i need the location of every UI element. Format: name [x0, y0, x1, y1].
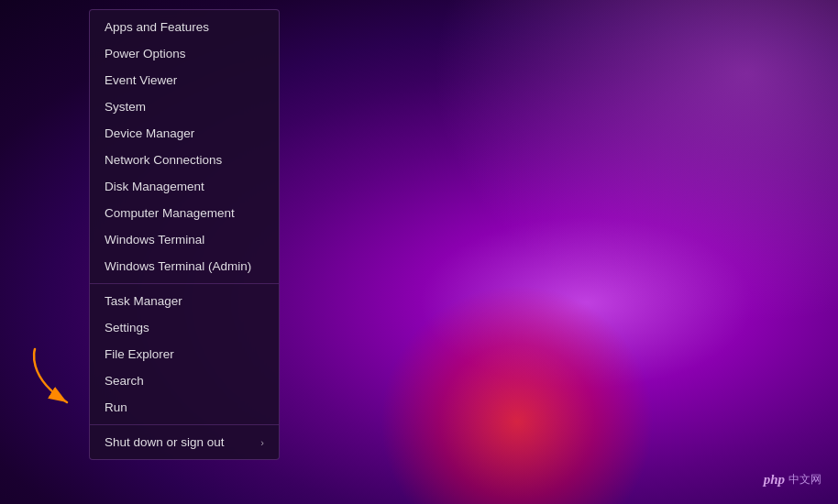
watermark-site-text: 中文网: [788, 472, 821, 488]
menu-item-label-apps-features: Apps and Features: [105, 20, 209, 34]
menu-item-shutdown-signout[interactable]: Shut down or sign out›: [90, 429, 279, 455]
menu-item-label-windows-terminal: Windows Terminal: [105, 233, 204, 247]
menu-item-network-connections[interactable]: Network Connections: [90, 147, 279, 173]
menu-separator: [90, 283, 279, 284]
menu-item-label-windows-terminal-admin: Windows Terminal (Admin): [105, 259, 251, 273]
menu-item-device-manager[interactable]: Device Manager: [90, 120, 279, 147]
context-menu: Apps and FeaturesPower OptionsEvent View…: [89, 9, 280, 460]
menu-item-label-system: System: [105, 100, 146, 114]
menu-item-search[interactable]: Search: [90, 367, 279, 394]
menu-item-label-network-connections: Network Connections: [105, 153, 222, 167]
menu-item-label-file-explorer: File Explorer: [105, 347, 174, 361]
menu-item-label-shutdown-signout: Shut down or sign out: [105, 435, 225, 449]
menu-item-label-disk-management: Disk Management: [105, 180, 204, 193]
menu-item-label-computer-management: Computer Management: [105, 206, 235, 220]
menu-item-task-manager[interactable]: Task Manager: [90, 288, 279, 314]
menu-item-file-explorer[interactable]: File Explorer: [90, 341, 279, 367]
menu-item-windows-terminal[interactable]: Windows Terminal: [90, 226, 279, 253]
menu-item-label-power-options: Power Options: [105, 47, 186, 60]
watermark: php 中文网: [764, 472, 821, 488]
menu-item-settings[interactable]: Settings: [90, 314, 279, 341]
menu-item-power-options[interactable]: Power Options: [90, 40, 279, 67]
menu-item-label-settings: Settings: [105, 321, 149, 334]
menu-item-event-viewer[interactable]: Event Viewer: [90, 67, 279, 93]
menu-item-label-device-manager: Device Manager: [105, 126, 194, 140]
arrow-annotation: [17, 340, 108, 417]
menu-separator: [90, 424, 279, 425]
bg-glow-purple: [380, 0, 838, 367]
menu-item-label-event-viewer: Event Viewer: [105, 73, 177, 87]
menu-item-apps-features[interactable]: Apps and Features: [90, 14, 279, 40]
menu-item-label-task-manager: Task Manager: [105, 294, 182, 308]
menu-item-label-search: Search: [105, 374, 144, 388]
watermark-php-text: php: [764, 472, 785, 488]
menu-item-disk-management[interactable]: Disk Management: [90, 173, 279, 200]
menu-item-windows-terminal-admin[interactable]: Windows Terminal (Admin): [90, 253, 279, 279]
menu-item-computer-management[interactable]: Computer Management: [90, 200, 279, 226]
menu-item-run[interactable]: Run: [90, 394, 279, 421]
menu-item-system[interactable]: System: [90, 93, 279, 120]
chevron-right-icon: ›: [260, 437, 264, 448]
